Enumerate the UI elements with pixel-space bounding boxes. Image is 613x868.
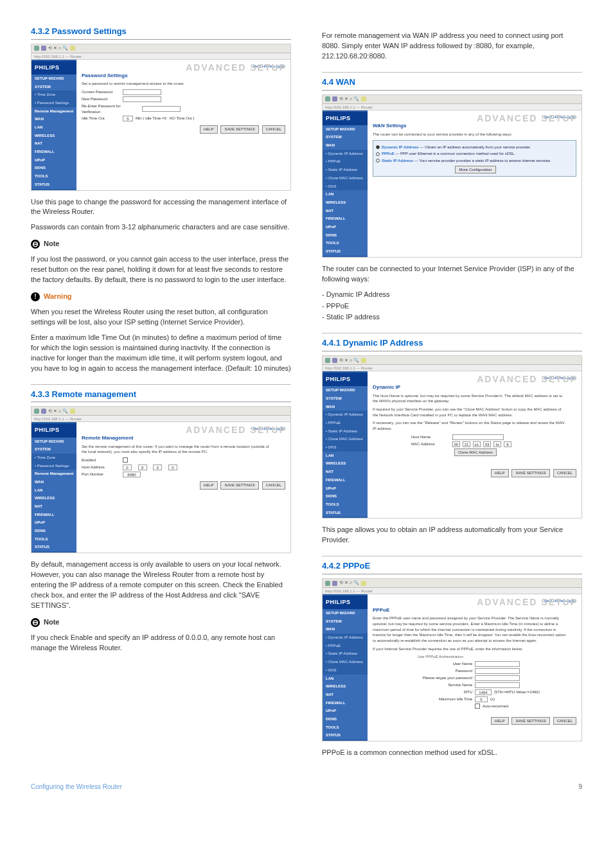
wan-list: Dynamic IP Address PPPoE Static IP addre… <box>322 290 582 323</box>
screenshot-remote-mgmt: ⟲ ✕ ⌂ 🔍 http://192.168.1.1 — Router PHIL… <box>31 406 291 553</box>
footer-left: Configuring the Wireless Router <box>31 783 122 792</box>
heading-4-4-1: 4.4.1 Dynamic IP Address <box>322 337 582 351</box>
screenshot-sidebar: PHILIPS SETUP WIZARD SYSTEM • Time Zone … <box>31 60 76 190</box>
note-header: Note <box>31 239 291 249</box>
note-icon <box>31 618 40 627</box>
screenshot-pppoe: ⟲ ✕ ⌂ 🔍 http://192.168.1.1 — Router PHIL… <box>322 578 582 741</box>
note-header-2: Note <box>31 617 291 628</box>
screenshot-password-settings: ⟲ ✕ ⌂ 🔍 http://192.168.1.1 — Router PHIL… <box>31 44 291 191</box>
rm-para-1: By default, management access is only av… <box>31 560 291 611</box>
pppoe-para-1: PPPoE is a common connection method used… <box>322 748 582 758</box>
pw-para-2: Passwords can contain from 3-12 alphanum… <box>31 222 291 233</box>
heading-4-4: 4.4 WAN <box>322 76 582 91</box>
heading-4-3-3: 4.3.3 Remote management <box>31 389 291 403</box>
right-column: For remote management via WAN IP address… <box>322 26 582 763</box>
note-icon <box>31 240 40 249</box>
heading-4-3-2: 4.3.2 Password Settings <box>31 26 291 40</box>
warning-header: Warning <box>31 292 291 302</box>
page-footer: Configuring the Wireless Router 9 <box>31 783 582 792</box>
warning-followup: Enter a maximum Idle Time Out (in minute… <box>31 333 291 374</box>
footer-pagenum: 9 <box>578 783 582 792</box>
note-text-2: If you check Enable and specify an IP ad… <box>31 633 291 653</box>
warning-text: When you reset the Wireless Router using… <box>31 307 291 328</box>
right-intro: For remote management via WAN IP address… <box>322 31 582 62</box>
heading-4-4-2: 4.4.2 PPPoE <box>322 560 582 574</box>
left-column: 4.3.2 Password Settings ⟲ ✕ ⌂ 🔍 http://1… <box>31 26 291 763</box>
pw-para-1: Use this page to change the password for… <box>31 197 291 218</box>
wan-para-1: The router can be connected to your Inte… <box>322 264 582 285</box>
dynip-para-1: This page allows you to obtain an IP add… <box>322 525 582 545</box>
screenshot-dynamic-ip: ⟲ ✕ ⌂ 🔍 http://192.168.1.1 — Router PHIL… <box>322 355 582 518</box>
note-text-1: If you lost the password, or you cannot … <box>31 254 291 285</box>
screenshot-wan: ⟲ ✕ ⌂ 🔍 http://192.168.1.1 — Router PHIL… <box>322 94 582 258</box>
warning-icon <box>31 292 40 301</box>
